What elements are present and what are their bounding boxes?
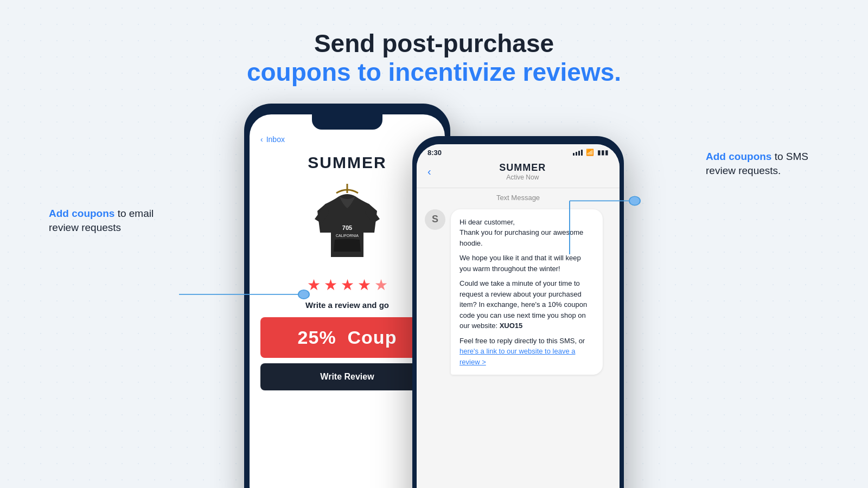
sms-contact-info: SUMMER Active Now [437,162,609,181]
write-review-button[interactable]: Write Review [260,363,434,390]
sms-contact-name: SUMMER [437,162,609,174]
star-4: ★ [358,276,371,294]
review-prompt: Write a review and go [305,300,389,310]
coupon-banner: 25% Coup [260,317,434,358]
svg-point-7 [629,196,640,205]
back-chevron-icon: ‹ [260,135,263,144]
hoodie-svg: 705 CALIFORNIA [307,181,388,265]
sms-message-label: Text Message [425,194,611,202]
sms-bubble-wrapper: S Hi dear customer,Thank you for purchas… [425,209,611,375]
sms-avatar: S [425,209,445,230]
page-container: Send post-purchase coupons to incentiviz… [0,0,868,488]
sms-line-3: Could we take a minute of your time to r… [459,278,594,331]
email-inbox-nav: ‹ Inbox [260,130,285,149]
product-image: 705 CALIFORNIA [304,178,391,268]
signal-icon [573,150,583,156]
annotation-right-text: Add coupons to SMSreview requests. [706,151,808,177]
header-line1: Send post-purchase [247,30,621,57]
phones-area: ‹ Inbox SUMMER [244,104,624,488]
star-2: ★ [324,276,337,294]
svg-text:705: 705 [342,224,352,231]
sms-line-4: Feel free to reply directly to this SMS,… [459,336,594,368]
annotation-left-text: Add coupons to emailreview requests [49,208,154,234]
svg-text:CALIFORNIA: CALIFORNIA [336,234,359,237]
sms-contact-status: Active Now [437,174,609,181]
sms-status-icons: 📶 ▮▮▮ [573,149,609,156]
sms-status-bar: 8:30 📶 ▮▮▮ [417,144,620,159]
coupon-text: 25% Coup [271,327,423,348]
sms-phone-screen: 8:30 📶 ▮▮▮ [417,144,620,488]
coupon-code: XUO15 [500,322,523,330]
email-phone-notch [312,114,382,130]
annotation-left-highlight: Add coupons [49,208,114,219]
sms-message-area: Text Message S Hi dear customer,Thank yo… [417,188,620,381]
star-5: ★ [374,276,388,294]
annotation-left: Add coupons to emailreview requests [49,207,154,235]
sms-line-1: Hi dear customer,Thank you for purchasin… [459,217,594,249]
battery-icon: ▮▮▮ [597,149,609,156]
sms-time: 8:30 [427,149,442,157]
review-link[interactable]: here's a link to our website to leave a … [459,347,576,366]
wifi-icon: 📶 [586,149,594,156]
sms-back-button[interactable]: ‹ [427,165,431,178]
header: Send post-purchase coupons to incentiviz… [247,30,621,87]
annotation-right: Add coupons to SMSreview requests. [706,150,808,178]
sms-line-2: We hope you like it and that it will kee… [459,253,594,274]
star-rating: ★ ★ ★ ★ ★ [307,276,388,294]
email-brand: SUMMER [308,153,386,172]
sms-bubble: Hi dear customer,Thank you for purchasin… [451,209,603,375]
sms-phone: 8:30 📶 ▮▮▮ [412,136,624,488]
annotation-right-highlight: Add coupons [706,151,771,162]
star-3: ★ [341,276,354,294]
header-line2: coupons to incentivize reviews. [247,57,621,87]
main-content: Add coupons to emailreview requests Add … [0,87,868,488]
star-1: ★ [307,276,321,294]
sms-header: ‹ SUMMER Active Now [417,159,620,188]
inbox-label: Inbox [266,135,285,144]
